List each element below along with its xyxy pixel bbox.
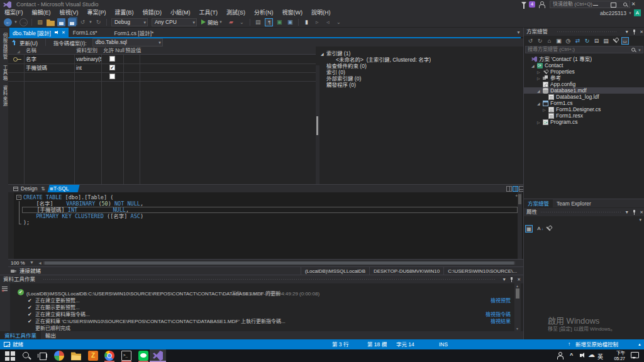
panel-scrollbar[interactable] bbox=[514, 283, 521, 331]
search-icon[interactable] bbox=[21, 351, 31, 361]
expander-icon[interactable]: ▷ bbox=[537, 120, 540, 124]
tree-item[interactable]: ▷參考 bbox=[524, 75, 644, 81]
dropdown-icon[interactable]: ▼ bbox=[89, 20, 92, 24]
start-icon[interactable] bbox=[5, 351, 15, 361]
overflow-icon[interactable] bbox=[238, 18, 246, 26]
code-line[interactable]: [名字] VARBINARY (50) NOT NULL, bbox=[8, 200, 518, 207]
close-panel-icon[interactable]: ✕ bbox=[640, 30, 643, 35]
link[interactable]: 檢視指令碼 bbox=[486, 312, 511, 318]
bookmark-next-icon[interactable] bbox=[313, 18, 321, 26]
select-all-corner[interactable]: ◢ bbox=[17, 49, 20, 53]
tab-output[interactable]: 輸出 bbox=[41, 331, 60, 340]
avatar[interactable]: A bbox=[634, 9, 641, 16]
split-horizontal-icon[interactable] bbox=[513, 186, 518, 192]
expander-icon[interactable]: ◢ bbox=[537, 101, 540, 106]
checkbox[interactable]: ✔ bbox=[109, 65, 115, 70]
tree-item[interactable]: ◢Database1.mdf bbox=[524, 87, 644, 94]
code-line[interactable]: −CREATE TABLE [dbo].[Table] ( bbox=[8, 194, 518, 200]
splitter-thumb[interactable] bbox=[316, 116, 318, 135]
step-over-icon[interactable] bbox=[286, 18, 294, 26]
search-dropdown-icon[interactable]: ▼ bbox=[638, 47, 641, 53]
terminal-icon[interactable] bbox=[121, 351, 131, 361]
refresh-icon[interactable] bbox=[584, 37, 591, 45]
split-vertical-icon[interactable] bbox=[506, 186, 512, 192]
tree-item[interactable]: ▷Form1.Designer.cs bbox=[524, 106, 644, 112]
undo-icon[interactable] bbox=[79, 18, 87, 26]
dropdown-icon[interactable]: ▼ bbox=[14, 20, 18, 24]
tree-item[interactable]: ◢Contact bbox=[524, 62, 644, 69]
menu-item[interactable]: 小組(M) bbox=[166, 9, 195, 17]
scroll-left-icon[interactable]: ◄ bbox=[38, 261, 42, 265]
menu-item[interactable]: 說明(H) bbox=[307, 9, 335, 17]
chrome-icon[interactable] bbox=[104, 351, 114, 361]
collapse-all-icon[interactable] bbox=[593, 37, 601, 45]
property-pages-icon[interactable] bbox=[545, 225, 553, 233]
scrollbar-thumb[interactable] bbox=[516, 288, 519, 299]
profiler-icon[interactable] bbox=[227, 18, 235, 26]
close-button[interactable]: ✕ bbox=[624, 0, 643, 9]
back-icon[interactable] bbox=[527, 37, 535, 45]
tree-item[interactable]: ▷Properties bbox=[524, 69, 644, 75]
cell-data-type[interactable]: int bbox=[74, 63, 101, 72]
menu-item[interactable]: 建置(B) bbox=[111, 9, 138, 17]
document-tab[interactable]: Form1.cs [設計]* bbox=[111, 28, 157, 37]
feedback-person-icon[interactable] bbox=[538, 1, 545, 8]
editor-vertical-scrollbar[interactable] bbox=[518, 192, 522, 259]
tree-item[interactable]: ◢Form1.cs bbox=[524, 100, 644, 106]
horizontal-scrollbar[interactable] bbox=[43, 261, 515, 265]
tool-window-tab[interactable]: 工具箱 bbox=[1, 65, 8, 81]
line-numbers-icon[interactable] bbox=[265, 18, 273, 26]
bandizip-icon[interactable] bbox=[88, 351, 98, 361]
save-all-icon[interactable] bbox=[68, 18, 76, 26]
status-insert-mode[interactable]: INS bbox=[439, 339, 448, 349]
script-file-dropdown[interactable]: dbo.Table.sql bbox=[92, 38, 163, 47]
code-line[interactable]: ); bbox=[8, 219, 518, 226]
scrollbar-thumb[interactable] bbox=[45, 261, 514, 265]
menu-item[interactable]: 檢視(V) bbox=[55, 9, 83, 17]
table-row[interactable]: 名字varbinary(50) bbox=[8, 55, 316, 63]
fold-collapse-icon[interactable]: − bbox=[16, 195, 21, 200]
people-tray-icon[interactable] bbox=[556, 351, 564, 359]
input-language-indicator[interactable]: 英 bbox=[597, 353, 603, 361]
cell-name[interactable]: 手機號碼 bbox=[24, 63, 74, 72]
tool-window-tab[interactable]: 資料來源 bbox=[1, 85, 8, 107]
new-project-icon[interactable] bbox=[36, 18, 44, 26]
switch-views-icon[interactable] bbox=[555, 37, 563, 45]
cell-name[interactable]: 名字 bbox=[24, 55, 74, 63]
alphabetical-icon[interactable] bbox=[535, 225, 543, 233]
keys-item[interactable]: 觸發程序 (0) bbox=[319, 82, 521, 88]
menu-item[interactable]: 專案(P) bbox=[83, 9, 111, 17]
show-all-files-icon[interactable] bbox=[602, 37, 610, 45]
hidden-icons-chevron[interactable]: ^ bbox=[570, 352, 573, 358]
forward-icon[interactable] bbox=[19, 18, 28, 26]
sync-with-active-icon[interactable] bbox=[574, 37, 582, 45]
pin-icon[interactable] bbox=[632, 210, 636, 215]
menu-item[interactable]: 檔案(F) bbox=[0, 9, 28, 17]
keys-item[interactable]: 檢查條件約束 (0) bbox=[319, 63, 521, 69]
volume-icon[interactable] bbox=[579, 351, 587, 359]
document-tab[interactable]: dbo.Table [設計]✕ bbox=[9, 28, 69, 37]
tab-data-tools[interactable]: 資料工具作業 bbox=[0, 331, 41, 340]
expander-icon[interactable]: ▷ bbox=[537, 70, 540, 74]
cell-default[interactable] bbox=[123, 63, 140, 72]
notification-badge[interactable]: 4 bbox=[529, 1, 535, 8]
bookmark-icon[interactable] bbox=[303, 18, 311, 26]
breakpoint-margin-icon[interactable] bbox=[254, 18, 262, 26]
minimize-button[interactable] bbox=[587, 0, 604, 9]
menu-item[interactable]: 測試(S) bbox=[222, 9, 250, 17]
scrollbar-thumb[interactable] bbox=[518, 194, 521, 204]
close-tab-icon[interactable]: ✕ bbox=[62, 30, 65, 35]
keys-item[interactable]: ◢索引鍵 (1) bbox=[319, 50, 521, 57]
expander-icon[interactable]: ◢ bbox=[537, 89, 540, 93]
expander-icon[interactable]: ◢ bbox=[531, 63, 535, 68]
properties-icon[interactable] bbox=[612, 37, 619, 45]
overflow-2-icon[interactable] bbox=[335, 18, 343, 26]
window-position-icon[interactable]: ▼ bbox=[625, 30, 629, 34]
checkbox[interactable] bbox=[109, 74, 115, 79]
source-control-dropdown-icon[interactable]: ▲ bbox=[638, 339, 641, 349]
save-icon[interactable] bbox=[57, 18, 65, 26]
keys-item[interactable]: 外部索引鍵 (0) bbox=[319, 75, 521, 82]
add-to-source-control-button[interactable]: 新增至原始檔控制 bbox=[575, 339, 618, 349]
status-line[interactable]: 第 3 行 bbox=[332, 339, 348, 349]
cell-default[interactable] bbox=[123, 72, 140, 81]
